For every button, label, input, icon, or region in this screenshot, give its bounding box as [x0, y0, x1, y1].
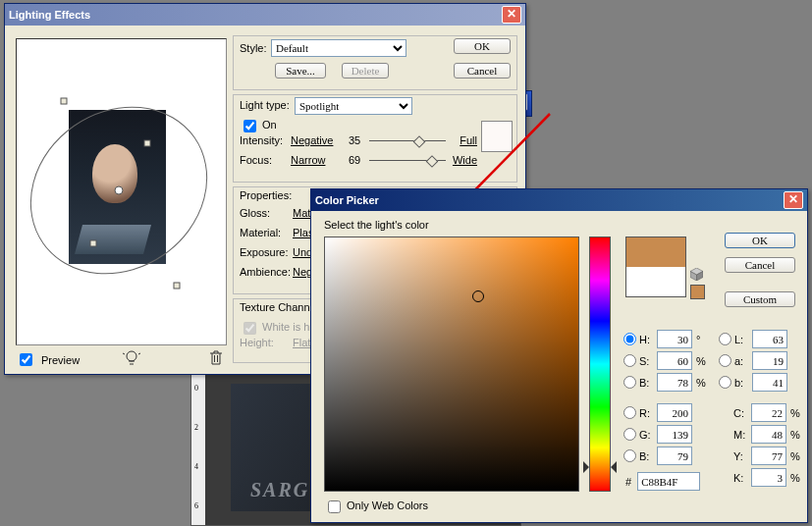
field-L[interactable]: [752, 330, 787, 348]
gloss-label: Gloss:: [240, 207, 293, 219]
focus-slider[interactable]: [369, 160, 446, 161]
picker-cancel-button[interactable]: Cancel: [725, 257, 795, 273]
intensity-right: Full: [446, 134, 477, 146]
label-g: G:: [639, 429, 657, 441]
white-high-checkbox: [244, 322, 256, 335]
color-swatch[interactable]: [625, 237, 686, 297]
field-C[interactable]: [751, 403, 786, 422]
field-a[interactable]: [752, 351, 787, 370]
lighting-titlebar: Lighting Effects ✕: [5, 4, 525, 26]
label-r: R:: [639, 407, 657, 419]
cube-icon[interactable]: [690, 268, 703, 281]
intensity-left: Negative: [291, 134, 340, 146]
label-L: L:: [734, 334, 752, 345]
current-color: [626, 267, 685, 296]
picker-custom-button[interactable]: Custom: [725, 291, 795, 307]
radio-r[interactable]: [623, 406, 636, 419]
nearest-swatch[interactable]: [690, 285, 705, 299]
vertical-ruler: 0 2 4 6: [191, 374, 205, 525]
only-web-checkbox[interactable]: [328, 500, 341, 513]
radio-a[interactable]: [719, 354, 731, 367]
label-h: H:: [639, 334, 657, 345]
label-lb: b:: [734, 377, 752, 389]
unit-Y: %: [790, 450, 800, 462]
light-type-group: Light type: Spotlight On Intensity: Nega…: [233, 94, 517, 183]
radio-g[interactable]: [623, 428, 636, 441]
hue-slider-thumb-icon: [583, 461, 617, 473]
new-color: [626, 237, 685, 267]
hex-field[interactable]: [637, 472, 700, 491]
field-bh[interactable]: [657, 373, 692, 392]
lighting-title: Lighting Effects: [9, 9, 90, 21]
field-M[interactable]: [751, 425, 786, 444]
height-left: Flat: [293, 337, 310, 348]
cancel-button[interactable]: Cancel: [454, 63, 511, 79]
hex-label: #: [625, 476, 631, 488]
ambience-label: Ambience:: [240, 266, 293, 278]
svg-rect-3: [90, 240, 96, 246]
trash-icon[interactable]: [208, 349, 224, 369]
unit-M: %: [790, 429, 800, 441]
style-select[interactable]: Default: [271, 39, 406, 57]
lighting-close-icon[interactable]: ✕: [502, 6, 521, 24]
color-field-cursor: [472, 290, 484, 302]
label-K: K:: [733, 472, 751, 484]
delete-button[interactable]: Delete: [342, 63, 389, 79]
label-Y: Y:: [733, 450, 751, 462]
focus-right: Wide: [446, 154, 477, 166]
field-g[interactable]: [657, 425, 692, 444]
radio-b[interactable]: [623, 449, 636, 462]
preview-label: Preview: [41, 354, 80, 366]
light-type-label: Light type:: [240, 99, 290, 111]
unit-s: %: [696, 355, 706, 367]
save-button[interactable]: Save...: [275, 63, 326, 79]
texture-label: Texture Channe: [240, 301, 316, 313]
field-K[interactable]: [751, 468, 786, 487]
ok-button[interactable]: OK: [454, 38, 511, 54]
field-h[interactable]: [657, 330, 692, 348]
picker-titlebar: Color Picker ✕: [311, 189, 807, 211]
picker-close-icon[interactable]: ✕: [784, 191, 803, 209]
focus-label: Focus:: [240, 154, 291, 166]
picker-ok-button[interactable]: OK: [725, 233, 795, 248]
picker-title: Color Picker: [315, 194, 379, 206]
svg-rect-1: [61, 98, 67, 104]
on-checkbox[interactable]: [244, 120, 256, 132]
color-field[interactable]: [324, 237, 579, 492]
intensity-slider[interactable]: [369, 140, 446, 141]
light-type-select[interactable]: Spotlight: [295, 97, 412, 115]
label-b: B:: [639, 450, 657, 462]
field-lb[interactable]: [752, 373, 787, 392]
label-a: a:: [734, 355, 752, 367]
hue-slider[interactable]: [589, 237, 611, 492]
style-label: Style:: [240, 42, 267, 54]
picker-prompt: Select the light's color: [324, 219, 429, 231]
label-bh: B:: [639, 377, 657, 389]
unit-h: °: [696, 334, 706, 345]
preview-checkbox[interactable]: [20, 353, 32, 366]
field-r[interactable]: [657, 403, 692, 422]
field-b[interactable]: [657, 447, 692, 465]
unit-K: %: [790, 472, 800, 484]
radio-s[interactable]: [623, 354, 636, 367]
lighting-preview-canvas[interactable]: [16, 38, 227, 345]
lightbulb-icon[interactable]: [123, 349, 140, 369]
unit-bh: %: [696, 377, 706, 389]
radio-bh[interactable]: [623, 376, 636, 389]
field-Y[interactable]: [751, 447, 786, 465]
field-s[interactable]: [657, 351, 692, 370]
material-label: Material:: [240, 227, 293, 238]
style-group: Style: Default Save... Delete OK Cancel: [233, 35, 517, 90]
unit-C: %: [790, 407, 800, 419]
svg-point-5: [115, 186, 123, 194]
svg-rect-4: [174, 283, 180, 289]
color-picker-dialog: Color Picker ✕ Select the light's color …: [310, 188, 808, 523]
radio-lb[interactable]: [719, 376, 731, 389]
label-s: S:: [639, 355, 657, 367]
height-label: Height:: [240, 337, 293, 348]
only-web-label: Only Web Colors: [347, 500, 428, 511]
radio-h[interactable]: [623, 333, 636, 345]
radio-L[interactable]: [719, 333, 731, 345]
light-gizmo[interactable]: [17, 39, 226, 344]
light-color-swatch[interactable]: [481, 121, 513, 152]
